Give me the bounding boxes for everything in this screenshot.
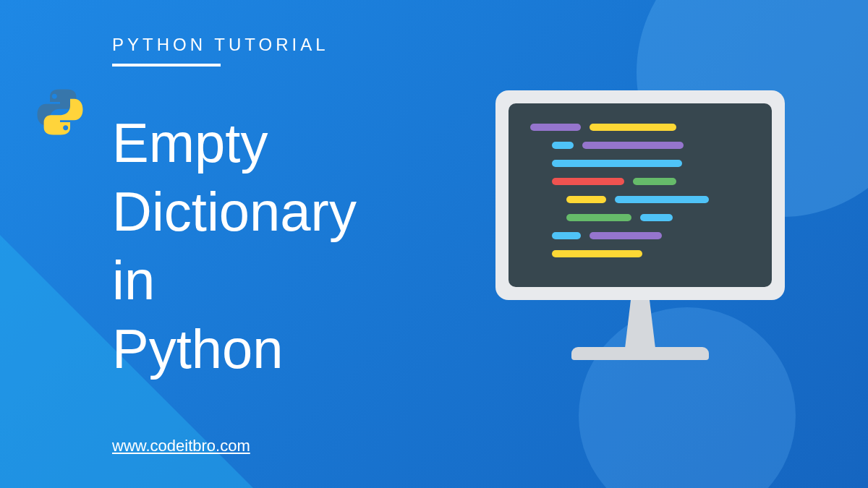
code-segment xyxy=(566,214,631,221)
code-row xyxy=(530,160,750,178)
code-row xyxy=(530,178,750,196)
code-row xyxy=(530,124,750,142)
website-url: www.codeitbro.com xyxy=(112,437,250,455)
monitor-stand xyxy=(617,300,664,347)
main-title: Empty Dictionary in Python xyxy=(112,108,357,383)
python-logo-icon xyxy=(35,87,85,137)
code-segment xyxy=(566,196,606,203)
code-row xyxy=(530,214,750,232)
code-segment xyxy=(552,160,682,167)
code-segment xyxy=(552,178,624,185)
code-segment xyxy=(552,142,574,149)
code-segment xyxy=(552,250,642,257)
monitor-illustration xyxy=(495,90,785,380)
monitor-base xyxy=(571,347,709,360)
monitor-bezel xyxy=(495,90,785,300)
code-segment xyxy=(633,178,676,185)
code-segment xyxy=(530,124,581,131)
code-segment xyxy=(582,142,684,149)
code-segment xyxy=(590,124,676,131)
code-segment xyxy=(640,214,673,221)
code-segment xyxy=(552,232,581,239)
code-segment xyxy=(615,196,709,203)
code-row xyxy=(530,250,750,268)
category-underline xyxy=(112,64,221,67)
code-row xyxy=(530,232,750,250)
code-row xyxy=(530,196,750,214)
code-segment xyxy=(590,232,662,239)
category-label: PYTHON TUTORIAL xyxy=(112,35,328,55)
monitor-screen xyxy=(509,103,772,287)
code-row xyxy=(530,142,750,160)
